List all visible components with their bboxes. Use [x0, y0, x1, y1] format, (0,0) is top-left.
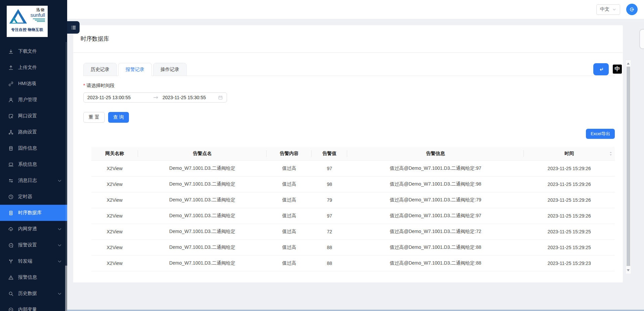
sidebar-item[interactable]: 用户管理: [0, 92, 67, 108]
page-content: 时序数据库 历史记录报警记录操作记录 中 *请选择时间段: [67, 19, 644, 282]
sort-icon[interactable]: [609, 151, 612, 156]
calendar-icon: [218, 95, 223, 100]
cell-value: 88: [312, 239, 347, 255]
cell-content: 值过高: [267, 239, 312, 255]
cell-content: 值过高: [267, 176, 312, 192]
cell-time: 2023-11-25 15:29:26: [524, 176, 615, 192]
sidebar-item[interactable]: 固件信息: [0, 140, 67, 156]
cell-info: 值过高@Demo_W7.1001.D3.二通阀给定:72: [347, 224, 523, 239]
translate-restore-button[interactable]: [593, 63, 609, 75]
language-select[interactable]: 中文: [596, 4, 620, 15]
alarm-records-table: 网关名称告警点名告警内容告警值告警信息时间 X2ViewDemo_W7.1001…: [91, 147, 615, 271]
cell-content: 值过高: [267, 224, 312, 239]
sidebar-item-label: 历史数据: [18, 290, 52, 297]
firmware-icon: [8, 146, 14, 151]
sidebar-item[interactable]: 内网穿透: [0, 221, 67, 237]
cell-point: Demo_W7.1001.D3.二通阀给定: [138, 160, 267, 176]
cell-info: 值过高@Demo_W7.1001.D3.二通阀给定:88: [347, 255, 523, 271]
cell-point: Demo_W7.1001.D3.二通阀给定: [138, 224, 267, 239]
sidebar-item[interactable]: 报警信息: [0, 269, 67, 285]
cell-value: 72: [312, 224, 347, 239]
logout-icon: [629, 7, 635, 12]
range-arrow-icon: [153, 95, 158, 100]
brand-tagline: 专注自控 物物互联: [9, 27, 46, 32]
cell-gateway: X2View: [91, 224, 138, 239]
cell-gateway: X2View: [91, 255, 138, 271]
cell-content: 值过高: [267, 160, 312, 176]
nat-icon: [8, 226, 14, 232]
column-header: 告警值: [312, 147, 347, 160]
sidebar-item-label: 转发端: [18, 258, 52, 264]
table-row: X2ViewDemo_W7.1001.D3.二通阀给定值过高79值过高@Demo…: [91, 192, 615, 208]
sidebar-item-label: 报警设置: [18, 242, 52, 248]
return-arrow-icon: [598, 67, 604, 72]
sidebar-item[interactable]: 路由设置: [0, 124, 67, 140]
sidebar-item-label: 内网穿透: [18, 226, 52, 232]
table-header-row: 网关名称告警点名告警内容告警值告警信息时间: [91, 147, 615, 160]
cell-value: 97: [312, 160, 347, 176]
sidebar-item[interactable]: 消息日志: [0, 172, 67, 189]
cell-gateway: X2View: [91, 192, 138, 208]
database-icon: [8, 210, 14, 216]
excel-export-button[interactable]: Excel导出: [586, 129, 615, 139]
scrollbar-down-arrow-icon[interactable]: [627, 269, 630, 271]
table-row: X2ViewDemo_W7.1001.D3.二通阀给定值过高98值过高@Demo…: [91, 176, 615, 192]
range-end-value[interactable]: 2023-11-25 15:30:55: [163, 95, 206, 100]
translate-language-badge[interactable]: 中: [613, 65, 622, 74]
sidebar-collapse-toggle[interactable]: [67, 21, 80, 34]
cell-time: 2023-11-25 15:29:25: [524, 224, 615, 239]
alarm-info-icon: [8, 275, 14, 280]
cell-gateway: X2View: [91, 208, 138, 224]
sidebar-scrollbar-thumb[interactable]: [65, 266, 67, 311]
content-scrollbar[interactable]: [626, 60, 631, 274]
sidebar-item[interactable]: 定时器: [0, 189, 67, 205]
sidebar-item[interactable]: 报警设置: [0, 237, 67, 253]
cell-point: Demo_W7.1001.D3.二通阀给定: [138, 239, 267, 255]
forward-icon: [8, 259, 14, 264]
route-icon: [8, 129, 14, 135]
column-header: 告警点名: [138, 147, 267, 160]
floating-side-widget[interactable]: [639, 29, 644, 49]
range-start-value[interactable]: 2023-11-25 13:00:55: [87, 95, 153, 100]
cell-time: 2023-11-25 15:29:26: [524, 208, 615, 224]
sidebar-item[interactable]: 系统信息: [0, 156, 67, 172]
sidebar-item-label: 定时器: [18, 194, 62, 200]
cell-info: 值过高@Demo_W7.1001.D3.二通阀给定:98: [347, 176, 523, 192]
brand-script-text: 迅饶: [28, 7, 45, 12]
content-scrollbar-thumb[interactable]: [627, 67, 630, 266]
sidebar-item[interactable]: 转发端: [0, 253, 67, 269]
cell-info: 值过高@Demo_W7.1001.D3.二通阀给定:88: [347, 239, 523, 255]
bottom-edge-scrollbar[interactable]: [67, 310, 644, 311]
sidebar-item[interactable]: 内部变量: [0, 302, 67, 311]
download-icon: [8, 49, 14, 54]
sidebar-item[interactable]: 时序数据库: [0, 205, 67, 221]
sidebar-item[interactable]: 上传文件: [0, 60, 67, 76]
cell-content: 值过高: [267, 192, 312, 208]
sidebar-item-label: 用户管理: [18, 97, 62, 103]
sidebar-item[interactable]: 历史数据: [0, 285, 67, 302]
time-range-picker[interactable]: 2023-11-25 13:00:55 2023-11-25 15:30:55: [83, 92, 227, 103]
system-icon: [8, 162, 14, 167]
page-title: 时序数据库: [81, 34, 615, 44]
sidebar-item[interactable]: 网口设置: [0, 108, 67, 124]
menu-list-icon: [71, 25, 77, 31]
query-button[interactable]: 查 询: [108, 112, 129, 123]
brand-logo: 迅饶 sunfull 专注自控 物物互联: [7, 6, 48, 37]
cell-point: Demo_W7.1001.D3.二通阀给定: [138, 208, 267, 224]
sidebar-item[interactable]: 下载文件: [0, 43, 67, 60]
tab[interactable]: 报警记录: [118, 63, 152, 76]
tab[interactable]: 历史记录: [83, 63, 117, 76]
tab[interactable]: 操作记录: [153, 63, 187, 76]
user-avatar[interactable]: [626, 4, 638, 15]
cell-time: 2023-11-25 15:29:26: [524, 192, 615, 208]
cell-time: 2023-11-25 15:29:26: [524, 160, 615, 176]
internal-var-icon: [8, 307, 14, 311]
reset-button[interactable]: 重 置: [83, 112, 105, 123]
scrollbar-up-arrow-icon[interactable]: [627, 63, 630, 65]
sidebar-item-label: 网口设置: [18, 113, 62, 119]
table-row: X2ViewDemo_W7.1001.D3.二通阀给定值过高97值过高@Demo…: [91, 208, 615, 224]
sidebar-item[interactable]: HMI选项: [0, 76, 67, 92]
sidebar-item-label: 固件信息: [18, 145, 62, 151]
topbar: 中文: [67, 0, 644, 19]
cell-value: 88: [312, 255, 347, 271]
